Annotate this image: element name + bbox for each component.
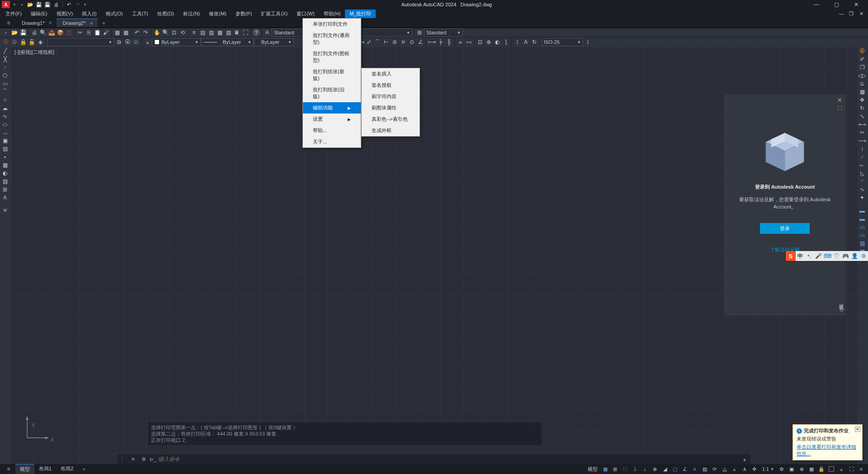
viewport-label[interactable]: [-][俯视][二维线框] (14, 49, 54, 56)
dim-angular-icon[interactable]: ∠ (416, 38, 425, 46)
donut-icon[interactable]: ⦿ (857, 47, 867, 55)
block-edit-icon[interactable]: ▦ (122, 28, 130, 37)
dimtedit-icon[interactable]: A (522, 38, 530, 46)
menuitem-7[interactable]: 标注(N) (179, 9, 204, 18)
mdi-close[interactable]: ✕ (856, 9, 866, 18)
textstyle-icon[interactable]: A (263, 28, 271, 37)
minimize-button[interactable]: — (807, 0, 826, 9)
cleanscreen-icon[interactable]: ⛶ (241, 28, 250, 37)
plot-icon[interactable]: 🖨 (30, 28, 38, 37)
isodraft-icon[interactable]: ◢ (660, 465, 670, 474)
hardware-accel-icon[interactable]: ⟁ (836, 465, 846, 474)
ime-user-icon[interactable]: 👤 (850, 251, 859, 261)
sheet-set-icon[interactable]: ◫ (65, 28, 73, 37)
ime-softkbd-icon[interactable]: ⌨ (823, 251, 832, 261)
menu-item[interactable]: 签名插入 (362, 68, 420, 80)
ime-skin-icon[interactable]: 👕 (832, 251, 841, 261)
maximize-button[interactable]: ▢ (826, 0, 846, 9)
insert-block-icon[interactable]: ▣ (0, 137, 10, 144)
dim-arc-icon[interactable]: ⌒ (373, 38, 382, 46)
menuitem-8[interactable]: 修改(M) (204, 9, 231, 18)
table-style-combo[interactable]: Standard▼ (424, 28, 463, 37)
refresh-icon[interactable]: ↻ (839, 306, 844, 313)
save-icon[interactable]: 💾 (35, 1, 43, 8)
break-icon[interactable]: ⟊ (857, 145, 867, 152)
isolate-icon[interactable] (826, 465, 836, 474)
draworder-back-icon[interactable]: ▬ (857, 207, 867, 214)
drawing-canvas[interactable]: [-][俯视][二维线框] ✕ ⛶ 登录到 Autodesk Account 要… (11, 47, 857, 464)
menuitem-12[interactable]: 帮助(H) (319, 9, 345, 18)
explode-icon[interactable]: ✦ (857, 194, 867, 201)
draworder-above-icon[interactable]: ▭ (857, 231, 867, 239)
tab-close-icon[interactable]: ✕ (90, 21, 93, 26)
quickdim-icon[interactable]: ⟼ (428, 38, 436, 46)
redo-icon[interactable]: ↷ (142, 28, 150, 37)
menuitem-13[interactable]: M_批打印 (345, 9, 376, 18)
dimspace-icon[interactable]: ⟛ (456, 38, 464, 46)
dim-diameter-icon[interactable]: ⊙ (408, 38, 416, 46)
lineweight-display-icon[interactable]: ≡ (690, 465, 700, 474)
extend-icon[interactable]: ⟶ (857, 137, 867, 144)
line-icon[interactable]: ╱ (0, 47, 10, 55)
doc-tab[interactable]: Drawing2*✕ (57, 19, 98, 27)
model-button[interactable]: 模型 (585, 465, 600, 474)
draworder-front-icon[interactable]: ▬ (857, 215, 867, 223)
anno-scale-combo[interactable]: 1:1▼ (760, 466, 777, 472)
layout-tab[interactable]: 布局1 (34, 464, 56, 474)
doc-tab[interactable]: Drawing1*✕ (15, 19, 57, 27)
etransmit-icon[interactable]: 📦 (56, 28, 64, 37)
circle-icon[interactable]: ○ (0, 96, 10, 104)
close-button[interactable]: ✕ (846, 0, 866, 9)
erase-icon[interactable]: ✐ (857, 55, 867, 63)
cmd-options-icon[interactable]: ⚙ (139, 456, 148, 462)
gizmo-icon[interactable]: ✜ (750, 465, 760, 474)
menu-item[interactable]: 辅助功能▶ (303, 102, 361, 114)
dimbreak-icon[interactable]: ⧟ (465, 38, 473, 46)
help-icon[interactable]: ? (253, 29, 260, 36)
new-icon[interactable]: ▫ (18, 1, 26, 8)
dim-ordinate-icon[interactable]: ⊢ (382, 38, 390, 46)
app-logo[interactable]: A (2, 1, 10, 8)
add-tab-button[interactable]: + (98, 19, 110, 27)
ime-punct-icon[interactable]: •, (805, 251, 814, 261)
command-input[interactable] (158, 456, 741, 462)
scale-icon[interactable]: ⤡ (857, 112, 867, 120)
mdi-restore[interactable]: ❐ (846, 9, 856, 18)
revision-cloud-icon[interactable]: ☁ (0, 104, 10, 112)
cmd-history-dropdown[interactable]: ▲ (742, 457, 750, 462)
ellipse-icon[interactable]: ⬭ (0, 120, 10, 128)
menu-item[interactable]: 刷字符内容 (362, 91, 420, 102)
menu-item[interactable]: 单张打印到文件 (303, 19, 361, 30)
designcenter-icon[interactable]: ▤ (198, 28, 207, 37)
mtext-icon[interactable]: A (0, 194, 10, 201)
move-icon[interactable]: ✥ (857, 96, 867, 104)
layer-icon[interactable]: ⧉ (115, 38, 123, 46)
layout-tab[interactable]: 布局2 (56, 464, 78, 474)
arc-icon[interactable]: ⌒ (0, 88, 10, 95)
customize-icon[interactable]: ≡ (856, 465, 866, 474)
dim-aligned-icon[interactable]: ⤢ (365, 38, 373, 46)
ime-voice-icon[interactable]: 🎤 (814, 251, 823, 261)
save-icon[interactable]: 💾 (19, 28, 27, 37)
match-icon[interactable]: 🖌 (102, 28, 110, 37)
toolpalette-icon[interactable]: ▥ (207, 28, 215, 37)
xline-icon[interactable]: ╳ (0, 55, 10, 63)
offset-icon[interactable]: ⊆ (857, 80, 867, 87)
menuitem-10[interactable]: 扩展工具(X) (256, 9, 292, 18)
polygon-icon[interactable]: ⬡ (0, 71, 10, 79)
tablestyle-icon[interactable]: ⊞ (415, 28, 424, 37)
lock-ui-icon[interactable]: 🔒 (816, 465, 826, 474)
stretch-icon[interactable]: ⟷ (857, 120, 867, 128)
layer-manager-icon[interactable]: ◈ (36, 38, 44, 46)
menuitem-3[interactable]: 插入(I) (77, 9, 101, 18)
paste-icon[interactable]: 📋 (93, 28, 101, 37)
login-button[interactable]: 登录 (760, 223, 810, 234)
layer-combo-extra[interactable]: ▼ (47, 38, 114, 46)
menu-item[interactable]: 真彩色-->索引色 (362, 114, 420, 125)
command-line[interactable]: ⋮ ✕ ⚙ ▷_ ▲ (118, 454, 750, 464)
centermark-icon[interactable]: ⊕ (485, 38, 493, 46)
dim-baseline-icon[interactable]: ╞ (436, 38, 444, 46)
dim-radius-icon[interactable]: ⊘ (391, 38, 399, 46)
tolerance-icon[interactable]: ⊡ (476, 38, 484, 46)
layer-iso-icon[interactable]: 🔓 (28, 38, 36, 46)
